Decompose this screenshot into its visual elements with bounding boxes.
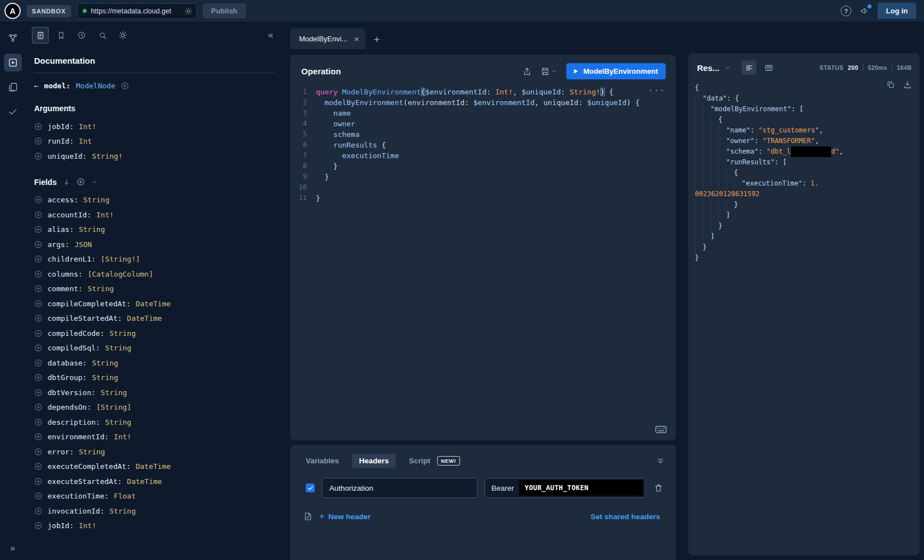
add-to-query-icon[interactable] — [34, 462, 42, 471]
add-to-query-icon[interactable] — [34, 373, 42, 382]
type-link[interactable]: String — [110, 507, 136, 515]
add-to-query-icon[interactable] — [34, 240, 42, 249]
add-to-query-icon[interactable] — [34, 225, 42, 234]
add-to-query-icon[interactable] — [34, 255, 42, 263]
sort-fields-icon[interactable] — [63, 178, 70, 186]
type-link[interactable]: Float — [114, 492, 136, 500]
download-response-icon[interactable] — [903, 80, 912, 89]
back-arrow-icon[interactable]: ← — [34, 82, 39, 90]
nav-checklist-icon[interactable] — [4, 78, 22, 96]
login-button[interactable]: Log in — [878, 3, 916, 19]
add-to-query-icon[interactable] — [34, 477, 42, 486]
type-link[interactable]: String — [79, 448, 105, 456]
docs-tab-icon[interactable] — [32, 27, 49, 44]
close-tab-icon[interactable]: × — [354, 35, 359, 43]
add-to-query-icon[interactable] — [34, 152, 42, 160]
tab-headers[interactable]: Headers — [352, 454, 395, 468]
add-to-query-icon[interactable] — [34, 196, 42, 204]
explorer-settings-gear-icon[interactable] — [115, 27, 131, 44]
add-to-query-icon[interactable] — [34, 448, 42, 456]
graphql-editor[interactable]: 1query ModelByEnvironment($environmentId… — [290, 84, 676, 440]
header-key-input[interactable] — [322, 478, 477, 498]
add-to-query-icon[interactable] — [34, 388, 42, 397]
type-link[interactable]: DateTime — [127, 477, 162, 486]
expand-rail-icon[interactable]: » — [0, 543, 25, 553]
tab-script[interactable]: Script — [409, 457, 430, 465]
help-icon[interactable]: ? — [841, 6, 851, 16]
response-dropdown-chevron-icon[interactable] — [724, 64, 731, 71]
fields-options-chevron-icon[interactable] — [91, 179, 98, 186]
type-link[interactable]: [String] — [96, 403, 131, 411]
type-link[interactable]: DateTime — [136, 462, 171, 471]
type-link[interactable]: JSON — [74, 240, 92, 249]
add-all-fields-icon[interactable] — [77, 178, 85, 186]
type-link[interactable]: String — [92, 359, 118, 367]
type-link[interactable]: DateTime — [136, 300, 171, 308]
operation-tab[interactable]: ModelByEnvi... × — [290, 28, 366, 49]
collapse-panel-icon[interactable] — [656, 457, 665, 465]
set-shared-headers-link[interactable]: Set shared headers — [590, 512, 660, 521]
header-enabled-checkbox[interactable] — [306, 483, 315, 492]
collapse-docs-panel-icon[interactable]: « — [268, 30, 273, 41]
add-to-query-icon[interactable] — [34, 507, 42, 515]
environment-settings-icon[interactable] — [304, 512, 312, 521]
auth-token-value[interactable]: YOUR_AUTH_TOKEN — [519, 480, 643, 496]
response-table-view-icon[interactable] — [761, 60, 776, 75]
type-link[interactable]: Int! — [79, 122, 96, 131]
type-link[interactable]: [String!] — [101, 255, 140, 263]
save-operation-button[interactable] — [541, 67, 557, 76]
add-to-query-icon[interactable] — [34, 418, 42, 426]
nav-explorer-icon[interactable] — [4, 54, 22, 72]
type-link[interactable]: DateTime — [127, 314, 162, 322]
type-link[interactable]: Int! — [79, 521, 96, 530]
add-to-query-icon[interactable] — [34, 492, 42, 500]
endpoint-url[interactable]: https://metadata.cloud.get — [91, 7, 180, 15]
add-to-query-icon[interactable] — [34, 211, 42, 219]
run-operation-button[interactable]: ModelByEnvironment — [566, 63, 666, 79]
nav-schema-icon[interactable] — [4, 29, 22, 47]
new-header-button[interactable]: + New header — [319, 511, 371, 521]
keyboard-shortcuts-icon[interactable] — [655, 425, 667, 434]
publish-button[interactable]: Publish — [203, 3, 246, 18]
type-link[interactable]: String — [92, 373, 118, 382]
add-to-query-icon[interactable] — [34, 270, 42, 278]
type-link[interactable]: String — [79, 225, 105, 234]
add-to-query-icon[interactable] — [34, 403, 42, 411]
delete-header-icon[interactable] — [654, 483, 663, 492]
type-link[interactable]: String — [101, 388, 127, 397]
nav-readiness-icon[interactable] — [4, 103, 22, 121]
type-link[interactable]: Int — [79, 137, 92, 145]
response-json-view-icon[interactable] — [742, 60, 756, 75]
type-link[interactable]: String — [105, 344, 131, 352]
type-link[interactable]: [CatalogColumn] — [88, 270, 153, 278]
breadcrumb-type-link[interactable]: ModelNode — [76, 82, 115, 90]
type-link[interactable]: String — [88, 284, 114, 293]
bookmarks-icon[interactable] — [53, 27, 69, 44]
type-link[interactable]: Int! — [114, 433, 131, 441]
add-to-query-icon[interactable] — [34, 433, 42, 441]
type-link[interactable]: String — [110, 329, 136, 338]
endpoint-url-field[interactable]: https://metadata.cloud.get — [77, 3, 197, 19]
add-to-query-icon[interactable] — [34, 521, 42, 530]
type-link[interactable]: String — [83, 196, 110, 204]
type-link[interactable]: String! — [92, 152, 122, 160]
endpoint-settings-gear-icon[interactable] — [184, 7, 192, 15]
editor-more-menu-icon[interactable]: ··· — [648, 86, 666, 96]
share-operation-icon[interactable] — [523, 67, 532, 76]
search-icon[interactable] — [94, 27, 111, 44]
tab-variables[interactable]: Variables — [306, 457, 339, 465]
add-type-icon[interactable] — [121, 82, 129, 90]
add-to-query-icon[interactable] — [34, 359, 42, 367]
add-to-query-icon[interactable] — [34, 314, 42, 322]
type-link[interactable]: Int! — [96, 211, 113, 219]
add-to-query-icon[interactable] — [34, 329, 42, 338]
copy-response-icon[interactable] — [887, 80, 895, 89]
add-to-query-icon[interactable] — [34, 344, 42, 352]
history-icon[interactable] — [73, 27, 90, 44]
type-link[interactable]: String — [105, 418, 131, 426]
add-to-query-icon[interactable] — [34, 284, 42, 293]
add-to-query-icon[interactable] — [34, 300, 42, 308]
header-value-field[interactable]: Bearer YOUR_AUTH_TOKEN — [485, 478, 646, 498]
new-tab-icon[interactable]: + — [371, 34, 384, 49]
add-to-query-icon[interactable] — [34, 137, 42, 145]
